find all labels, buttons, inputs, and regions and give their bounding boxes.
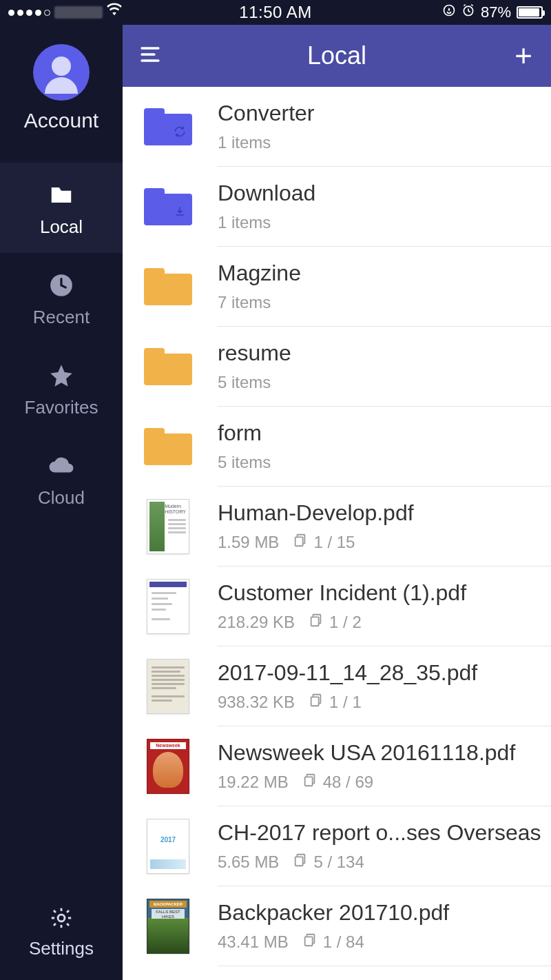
- folder-subtitle: 7 items: [218, 293, 271, 312]
- battery-icon: [517, 6, 543, 19]
- folder-name: Download: [218, 181, 551, 206]
- svg-rect-10: [311, 697, 319, 706]
- file-row[interactable]: NewsweekNewsweek USA 20161118.pdf19.22 M…: [123, 726, 551, 806]
- pages-icon: [309, 693, 329, 712]
- page-title: Local: [123, 41, 551, 70]
- file-name: Backpacker 201710.pdf: [218, 900, 551, 926]
- content: Local + Converter1 itemsDownload1 itemsM…: [123, 25, 551, 980]
- alarm-icon: [461, 3, 475, 21]
- cloud-icon: [0, 451, 123, 480]
- hamburger-icon: [138, 42, 163, 70]
- folder-icon: [143, 102, 193, 152]
- file-thumbnail: Newsweek: [143, 742, 193, 791]
- svg-rect-1: [448, 9, 450, 11]
- file-row[interactable]: Customer Incident (1).pdf218.29 KB1 / 2: [123, 566, 551, 646]
- svg-point-4: [58, 915, 65, 921]
- folder-icon: [143, 182, 193, 232]
- folder-icon: [0, 181, 123, 210]
- menu-button[interactable]: [136, 42, 164, 70]
- file-pages: 48 / 69: [302, 773, 373, 792]
- folder-row[interactable]: Magzine7 items: [123, 247, 551, 327]
- folder-name: form: [218, 420, 551, 446]
- file-pages: 1 / 1: [309, 693, 362, 712]
- status-right: 87%: [364, 3, 543, 21]
- folder-name: Magzine: [218, 261, 551, 286]
- file-size: 19.22 MB: [218, 773, 289, 792]
- file-pages: 1 / 84: [302, 932, 364, 952]
- file-size: 43.41 MB: [218, 932, 289, 952]
- folder-name: Converter: [218, 101, 551, 126]
- folder-subtitle: 1 items: [218, 133, 271, 152]
- folder-icon: [143, 422, 193, 471]
- file-name: Newsweek USA 20161118.pdf: [218, 740, 551, 766]
- folder-row[interactable]: Converter1 items: [123, 87, 551, 167]
- carrier-text: [54, 6, 103, 19]
- sidebar-account[interactable]: Account: [0, 25, 123, 149]
- svg-rect-16: [304, 937, 312, 946]
- status-bar: 11:50 AM 87%: [0, 0, 551, 25]
- rotation-lock-icon: [442, 3, 456, 21]
- signal-dots-icon: [8, 10, 50, 16]
- sidebar-item-label: Recent: [0, 307, 123, 328]
- file-size: 218.29 KB: [218, 613, 295, 632]
- file-name: 2017-09-11_14_28_35.pdf: [218, 660, 551, 686]
- svg-rect-6: [295, 537, 303, 546]
- file-size: 938.32 KB: [218, 693, 295, 712]
- folder-icon: [143, 342, 193, 391]
- file-row[interactable]: 2017-09-11_14_28_35.pdf938.32 KB1 / 1: [123, 646, 551, 726]
- sidebar-item-cloud[interactable]: Cloud: [0, 433, 123, 524]
- sidebar-nav: Local Recent Favorites Cloud: [0, 163, 123, 524]
- plus-icon: +: [514, 41, 532, 71]
- file-row[interactable]: BACKPACKERFALLS BESTHIKESBackpacker 2017…: [123, 886, 551, 966]
- file-thumbnail: ModernHISTORY: [143, 502, 193, 551]
- sidebar-item-settings[interactable]: Settings: [0, 890, 123, 980]
- sidebar: Account Local Recent Favorites: [0, 25, 123, 980]
- folder-row[interactable]: form5 items: [123, 407, 551, 487]
- svg-rect-12: [304, 777, 312, 786]
- wifi-icon: [107, 3, 122, 22]
- status-time: 11:50 AM: [187, 3, 365, 22]
- account-label: Account: [0, 109, 123, 132]
- svg-rect-8: [311, 617, 319, 626]
- file-list[interactable]: Converter1 itemsDownload1 itemsMagzine7 …: [123, 87, 551, 980]
- star-icon: [0, 361, 123, 390]
- clock-icon: [0, 271, 123, 300]
- folder-icon: [143, 262, 193, 312]
- sidebar-item-recent[interactable]: Recent: [0, 253, 123, 343]
- sidebar-item-local[interactable]: Local: [0, 163, 123, 253]
- file-pages: 5 / 134: [293, 853, 364, 872]
- battery-percent: 87%: [481, 3, 511, 21]
- file-row[interactable]: ModernHISTORYHuman-Develop.pdf1.59 MB1 /…: [123, 487, 551, 566]
- folder-subtitle: 5 items: [218, 373, 271, 392]
- settings-label: Settings: [0, 938, 123, 959]
- file-size: 5.65 MB: [218, 853, 279, 872]
- gear-icon: [0, 904, 123, 932]
- file-size: 1.59 MB: [218, 533, 279, 552]
- file-pages: 1 / 2: [309, 613, 362, 632]
- pages-icon: [302, 932, 323, 952]
- file-name: Human-Develop.pdf: [218, 500, 551, 526]
- folder-subtitle: 1 items: [218, 213, 271, 232]
- file-thumbnail: BACKPACKERFALLS BESTHIKES: [143, 901, 193, 951]
- header: Local +: [123, 25, 551, 87]
- file-row[interactable]: 2017CH-2017 report o...ses Overseas5.65 …: [123, 806, 551, 886]
- add-button[interactable]: +: [510, 42, 537, 70]
- file-thumbnail: [143, 582, 193, 631]
- sidebar-item-label: Local: [0, 216, 123, 238]
- file-name: Customer Incident (1).pdf: [218, 580, 551, 606]
- sidebar-item-label: Cloud: [0, 487, 123, 509]
- file-thumbnail: 2017: [143, 821, 193, 871]
- folder-row[interactable]: Download1 items: [123, 167, 551, 247]
- folder-name: resume: [218, 340, 551, 366]
- svg-rect-14: [295, 857, 303, 866]
- sidebar-item-label: Favorites: [0, 397, 123, 418]
- pages-icon: [302, 773, 323, 792]
- folder-row[interactable]: resume5 items: [123, 327, 551, 407]
- avatar-icon: [33, 44, 90, 101]
- pages-icon: [309, 613, 329, 632]
- pages-icon: [293, 853, 313, 872]
- folder-subtitle: 5 items: [218, 453, 271, 472]
- file-name: CH-2017 report o...ses Overseas: [218, 820, 551, 846]
- pages-icon: [293, 533, 313, 552]
- sidebar-item-favorites[interactable]: Favorites: [0, 343, 123, 433]
